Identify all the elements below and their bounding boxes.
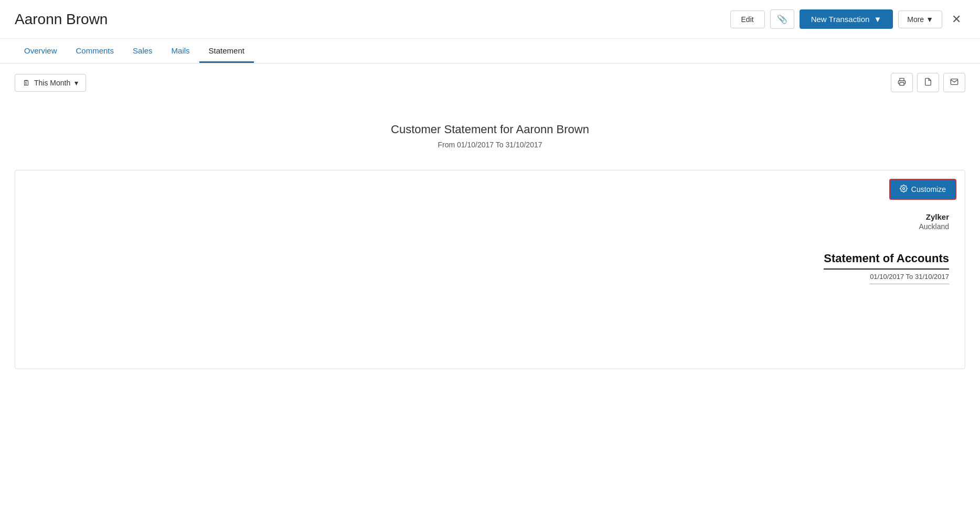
statement-header: Customer Statement for Aaronn Brown From… <box>15 112 965 154</box>
customize-button[interactable]: Customize <box>889 179 956 200</box>
header: Aaronn Brown Edit 📎 New Transaction ▼ Mo… <box>0 0 980 39</box>
toolbar: 🗓 This Month ▾ <box>0 63 980 102</box>
print-button[interactable] <box>891 73 913 92</box>
email-button[interactable] <box>943 73 965 92</box>
svg-point-1 <box>902 188 904 190</box>
statement-card: Customize Zylker Auckland Statement of A… <box>15 170 965 369</box>
close-button[interactable]: ✕ <box>947 10 965 28</box>
more-arrow: ▼ <box>926 15 933 24</box>
pdf-icon <box>924 78 932 88</box>
calendar-icon: 🗓 <box>23 79 30 87</box>
statement-date-range: From 01/10/2017 To 31/10/2017 <box>15 141 965 149</box>
tab-overview[interactable]: Overview <box>15 39 67 63</box>
paperclip-icon: 📎 <box>777 14 787 24</box>
company-info: Zylker Auckland <box>26 181 954 231</box>
new-transaction-button[interactable]: New Transaction ▼ <box>800 9 893 29</box>
edit-button[interactable]: Edit <box>730 10 765 28</box>
company-city: Auckland <box>26 222 949 231</box>
email-icon <box>950 78 958 88</box>
tab-mails[interactable]: Mails <box>162 39 199 63</box>
gear-icon <box>900 185 908 194</box>
date-dropdown-arrow: ▾ <box>74 79 78 87</box>
soa-title: Statement of Accounts <box>824 252 949 270</box>
tabs: Overview Comments Sales Mails Statement <box>0 39 980 63</box>
statement-heading: Customer Statement for Aaronn Brown <box>15 123 965 136</box>
pdf-button[interactable] <box>917 73 939 92</box>
content: Customer Statement for Aaronn Brown From… <box>0 102 980 380</box>
date-selector[interactable]: 🗓 This Month ▾ <box>15 74 86 92</box>
attach-button[interactable]: 📎 <box>770 9 794 29</box>
tab-statement[interactable]: Statement <box>199 39 254 63</box>
statement-of-accounts: Statement of Accounts 01/10/2017 To 31/1… <box>26 252 954 284</box>
page-title: Aaronn Brown <box>15 11 108 28</box>
customize-label: Customize <box>911 185 946 194</box>
new-transaction-arrow: ▼ <box>874 15 881 24</box>
new-transaction-label: New Transaction <box>811 15 870 24</box>
company-name: Zylker <box>26 212 949 221</box>
header-actions: Edit 📎 New Transaction ▼ More ▼ ✕ <box>730 9 965 29</box>
toolbar-right <box>891 73 965 92</box>
soa-date: 01/10/2017 To 31/10/2017 <box>870 273 949 284</box>
print-icon <box>898 78 906 88</box>
svg-rect-0 <box>900 82 904 85</box>
more-button[interactable]: More ▼ <box>898 10 942 28</box>
tab-sales[interactable]: Sales <box>123 39 162 63</box>
more-label: More <box>907 15 924 24</box>
date-selector-label: This Month <box>34 79 70 87</box>
tab-comments[interactable]: Comments <box>67 39 124 63</box>
